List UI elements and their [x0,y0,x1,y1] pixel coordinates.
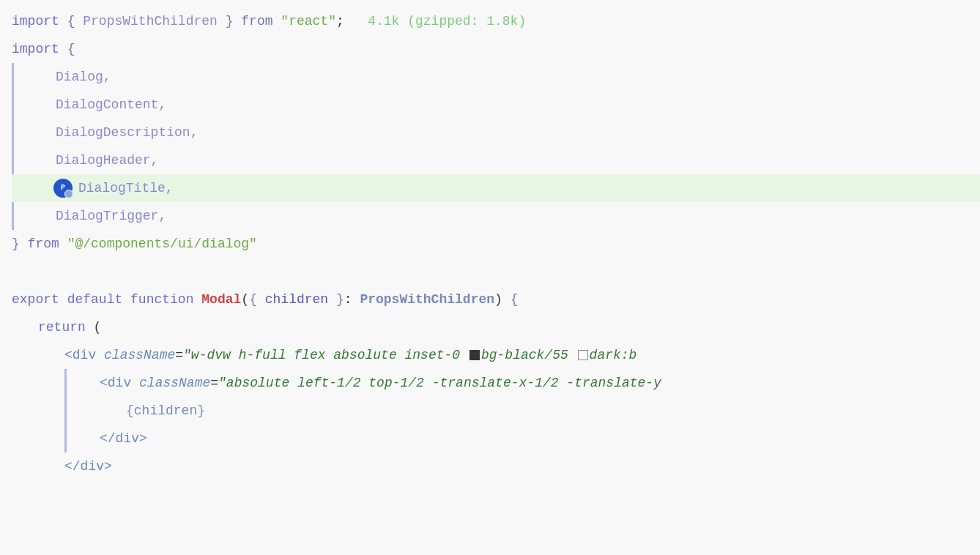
code-line: DialogHeader, [12,146,980,174]
color-swatch-white [578,350,588,360]
code-line: import { [0,35,980,63]
code-line: <div className = "w-dvw h-full flex abso… [0,341,980,369]
keyword-import: import [12,11,59,32]
file-size-comment: 4.1k (gzipped: 1.8k) [368,11,526,32]
code-line: import { PropsWithChildren } from "react… [0,7,980,35]
code-line: </div> [12,425,980,452]
keyword-from: from [241,11,272,32]
code-line-highlighted: P DialogTitle, [12,174,980,202]
code-line: export default function Modal ( { childr… [0,286,980,313]
avatar: P [53,179,73,198]
code-line: {children} [12,397,980,425]
code-line: <div className = "absolute left-1/2 top-… [12,369,980,397]
code-line: return ( [0,313,980,341]
code-line: Dialog, [12,63,980,91]
function-name: Modal [201,289,241,310]
code-line-empty [0,258,980,286]
code-line: DialogDescription, [12,119,980,146]
code-editor: import { PropsWithChildren } from "react… [0,0,980,555]
color-swatch-black [469,350,480,360]
code-line: </div> [0,452,980,480]
code-line: DialogContent, [12,91,980,119]
code-line: } from "@/components/ui/dialog" [0,230,980,258]
code-line: DialogTrigger, [12,202,980,230]
